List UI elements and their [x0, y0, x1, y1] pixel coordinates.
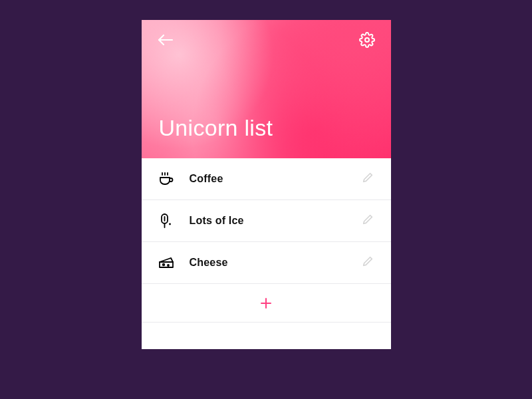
back-button[interactable] [156, 32, 175, 51]
app-screen: Unicorn list Coffee [142, 20, 391, 349]
pencil-icon [362, 255, 374, 270]
edit-button[interactable] [360, 172, 375, 186]
edit-button[interactable] [360, 213, 375, 228]
plus-icon [261, 298, 271, 309]
svg-point-10 [162, 264, 164, 266]
blank-space [142, 323, 391, 349]
list-item[interactable]: Coffee [142, 158, 391, 200]
item-label: Cheese [190, 257, 346, 269]
item-label: Coffee [190, 173, 346, 185]
svg-point-11 [168, 265, 169, 266]
page-title: Unicorn list [159, 115, 273, 141]
pencil-icon [362, 172, 374, 186]
list-item[interactable]: Cheese [142, 242, 391, 284]
pencil-icon [362, 213, 374, 228]
item-label: Lots of Ice [190, 215, 346, 227]
svg-point-8 [169, 223, 171, 225]
edit-button[interactable] [360, 255, 375, 270]
gear-icon [359, 32, 375, 51]
list-item[interactable]: Lots of Ice [142, 200, 391, 242]
cheese-icon [158, 254, 175, 271]
coffee-icon [158, 170, 175, 188]
header: Unicorn list [142, 20, 391, 158]
topbar [142, 32, 391, 51]
settings-button[interactable] [358, 32, 376, 51]
popsicle-icon [158, 212, 175, 229]
svg-point-1 [365, 38, 369, 42]
back-arrow-icon [158, 34, 174, 49]
item-list: Coffee Lots of Ice [142, 158, 391, 349]
add-item-button[interactable] [142, 284, 391, 323]
